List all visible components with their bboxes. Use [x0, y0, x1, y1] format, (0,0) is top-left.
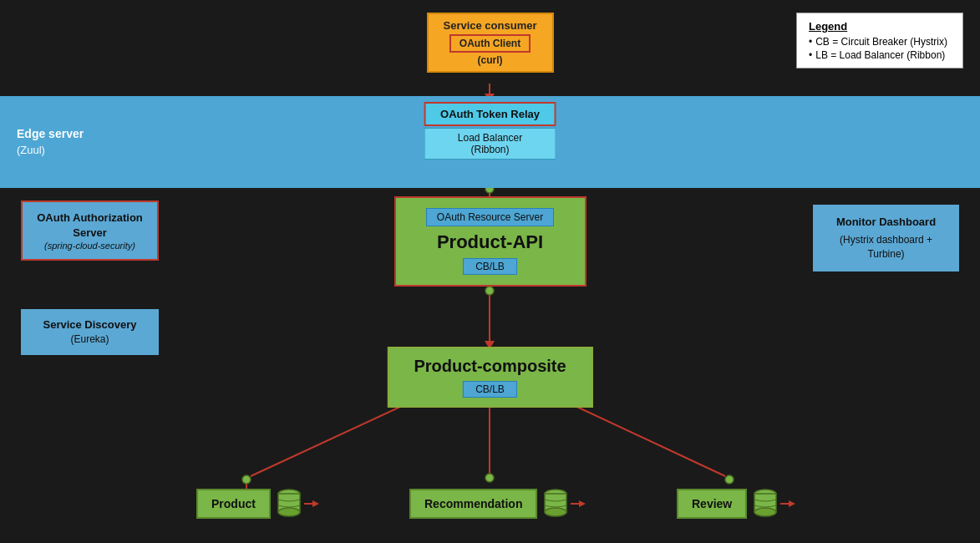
svg-point-15: [725, 475, 734, 484]
svg-point-28: [754, 508, 776, 516]
product-db-icon: [277, 488, 301, 520]
svg-marker-25: [579, 500, 586, 507]
service-discovery-title: Service Discovery (Eureka): [33, 317, 146, 347]
product-api-cb-lb: CB/LB: [463, 258, 517, 275]
review-service-box: Review: [677, 489, 747, 519]
service-consumer-box: Service consumer OAuth Client (curl): [426, 13, 553, 73]
diagram-container: Legend • CB = Circuit Breaker (Hystrix) …: [0, 0, 980, 543]
oauth-token-relay-box: OAuth Token Relay: [424, 102, 556, 126]
oauth-resource-server-label: OAuth Resource Server: [426, 208, 554, 226]
recommendation-db-arrow: [571, 500, 586, 508]
product-service-group: Product: [196, 488, 319, 520]
product-composite-cb-lb: CB/LB: [463, 381, 517, 398]
oauth-auth-server-subtitle: (spring-cloud-security): [35, 241, 145, 251]
product-composite-title: Product-composite: [414, 357, 566, 376]
oauth-client-box: OAuth Client: [449, 34, 531, 53]
service-discovery-box: Service Discovery (Eureka): [21, 309, 159, 355]
recommendation-service-box: Recommendation: [409, 489, 537, 519]
product-db-arrow: [304, 500, 319, 508]
svg-point-13: [485, 474, 494, 482]
product-api-title: Product-API: [421, 231, 560, 253]
monitor-dashboard-title: Monitor Dashboard (Hystrix dashboard + T…: [830, 215, 942, 261]
curl-label: (curl): [443, 54, 536, 66]
edge-server-label: Edge server (Zuul): [0, 126, 84, 158]
svg-point-10: [242, 475, 251, 484]
legend-title: Legend: [809, 20, 951, 33]
load-balancer-box: Load Balancer (Ribbon): [424, 128, 556, 160]
oauth-token-relay: OAuth Token Relay Load Balancer (Ribbon): [424, 102, 556, 160]
review-service-group: Review: [677, 488, 795, 520]
legend-item-lb: • LB = Load Balancer (Ribbon): [809, 49, 951, 61]
recommendation-db-icon: [544, 488, 567, 520]
monitor-dashboard-box: Monitor Dashboard (Hystrix dashboard + T…: [813, 205, 959, 272]
service-consumer-label: Service consumer: [443, 19, 536, 32]
svg-point-18: [278, 508, 300, 516]
product-service-box: Product: [196, 489, 271, 519]
product-api-box: OAuth Resource Server Product-API CB/LB: [394, 196, 586, 287]
svg-marker-30: [789, 500, 795, 507]
legend: Legend • CB = Circuit Breaker (Hystrix) …: [796, 13, 963, 69]
oauth-auth-server: OAuth Authorization Server (spring-cloud…: [21, 200, 159, 261]
svg-marker-20: [312, 500, 319, 507]
oauth-auth-server-title: OAuth Authorization Server: [35, 211, 145, 241]
review-db-icon: [754, 488, 777, 520]
legend-item-cb: • CB = Circuit Breaker (Hystrix): [809, 36, 951, 48]
svg-point-23: [545, 508, 566, 516]
svg-point-6: [485, 287, 494, 295]
review-db-arrow: [780, 500, 795, 508]
product-composite-box: Product-composite CB/LB: [387, 347, 592, 408]
recommendation-service-group: Recommendation: [409, 488, 586, 520]
